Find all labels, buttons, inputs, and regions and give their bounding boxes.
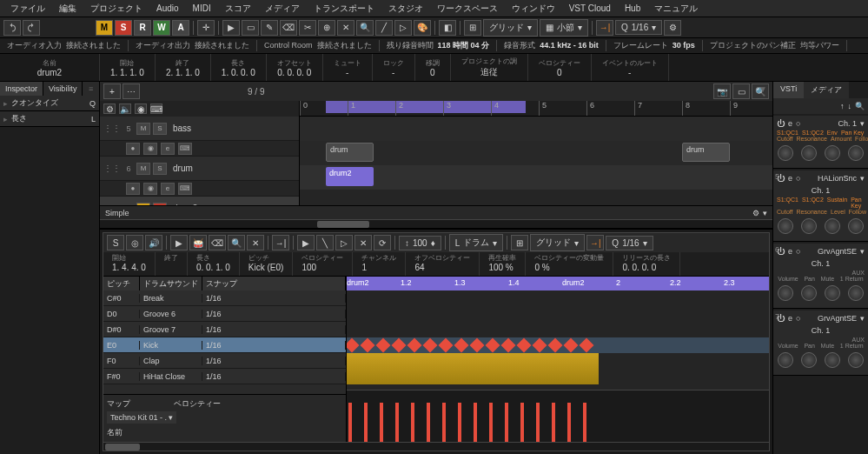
split-tool[interactable]: ✂ [299,20,316,36]
play-tool[interactable]: ▷ [394,20,412,36]
tab-visibility[interactable]: Visibility [43,82,83,96]
drum-note[interactable] [361,338,375,353]
track-record[interactable]: ● [126,143,140,155]
velocity-bar[interactable] [505,403,508,442]
ed-mute-tool[interactable]: ✕ [247,235,264,250]
velocity-lane[interactable] [347,390,769,442]
menu-midi[interactable]: MIDI [186,2,218,15]
automation-button[interactable]: A [172,20,189,36]
tab-inspector[interactable]: Inspector [0,82,43,96]
knob[interactable] [801,145,817,161]
ed-feedback-icon[interactable]: 🔊 [145,235,162,250]
arrange-scrollbar[interactable] [100,219,772,228]
velocity-bar[interactable] [458,403,461,442]
drum-note[interactable] [501,338,516,353]
vsti-bypass-icon[interactable]: ○ [796,174,800,183]
menu-edit[interactable]: 編集 [52,1,83,17]
mute-tool[interactable]: ✕ [337,20,354,36]
info-offset-value[interactable]: 0. 0. 0. 0 [277,68,312,77]
add-track-button[interactable]: + [103,83,121,99]
track-row[interactable]: ⋮⋮5 M S bass [100,117,299,141]
vsti-add-icon[interactable]: ↑ [840,102,845,110]
ed-chan-value[interactable]: 1 [361,263,396,272]
ed-erase-tool[interactable]: ⌫ [209,235,226,250]
velocity-bar[interactable] [411,403,414,442]
menu-hub[interactable]: Hub [618,2,647,15]
velocity-bar[interactable] [583,403,586,442]
note-lane[interactable] [347,337,769,353]
snapshot-icon[interactable]: 📷 [713,83,731,99]
ed-vel-value[interactable]: 100 [301,263,343,272]
track-keyboard-icon[interactable]: ⌨ [150,103,162,114]
info-end-value[interactable]: 2. 1. 1. 0 [166,68,200,77]
velocity-bar[interactable] [567,403,571,442]
col-pitch[interactable]: ピッチ [103,277,140,290]
drum-note[interactable] [376,338,391,353]
menu-transport[interactable]: トランスポート [307,1,381,17]
ed-solo-icon[interactable]: S [107,235,124,250]
tab-media[interactable]: メディア [804,82,849,98]
ed-velvar-value[interactable]: 0 % [534,263,604,272]
menu-window[interactable]: ウィンドウ [505,1,562,17]
menu-audio[interactable]: Audio [149,2,186,15]
ed-grid-dropdown[interactable]: グリッド ▾ [530,234,585,251]
range-tool[interactable]: ▭ [242,20,259,36]
track-menu-icon[interactable]: ⋯ [123,83,140,99]
track-settings-icon[interactable]: ⚙ [103,103,116,114]
drum-note[interactable] [486,338,500,353]
draw-tool[interactable]: ✎ [261,20,278,36]
drum-note[interactable] [407,338,422,353]
ed-start-value[interactable]: 1. 4. 4. 0 [112,263,146,272]
knob[interactable] [848,145,864,161]
note-lane[interactable] [347,306,769,322]
track-monitor[interactable]: ◉ [143,183,157,195]
velocity-bar[interactable] [474,403,477,442]
vsti-bypass-icon[interactable]: ○ [796,247,800,256]
quantize-settings[interactable]: ⚙ [664,20,681,36]
undo-button[interactable] [3,20,21,36]
track-mute-icon[interactable]: 🔈 [119,103,131,114]
velocity-bar[interactable] [380,403,383,442]
drum-note[interactable] [454,338,469,353]
vsti-down-icon[interactable]: ↓ [848,102,852,110]
gear-icon[interactable]: ⚙ [752,209,759,217]
menu-studio[interactable]: スタジオ [381,1,430,17]
drum-note[interactable] [580,338,594,353]
ed-quantize-dropdown[interactable]: Q 1/16 ▾ [606,236,653,250]
knob[interactable] [825,145,840,161]
knob[interactable] [801,285,817,301]
velocity-bar[interactable] [395,403,399,442]
chevron-down-icon[interactable]: ▾ [763,209,767,217]
inspector-quantize[interactable]: ▸クオンタイズQ [0,96,99,111]
vsti-edit-icon[interactable]: e [788,119,792,128]
clip-drum-2[interactable]: drum [682,143,730,162]
ed-line-tool[interactable]: ╲ [316,235,334,250]
editor-mode-label[interactable]: Simple [105,209,129,217]
drum-row[interactable]: F#0 HiHat Close 1/16 [103,369,346,384]
info-velocity-value[interactable]: 0 [539,68,580,77]
solo-button[interactable]: S [115,20,132,36]
drum-note[interactable] [392,338,407,353]
knob[interactable] [801,218,817,234]
track-monitor-icon[interactable]: ◉ [135,103,147,114]
inspector-length[interactable]: ▸長さL [0,111,99,127]
vsti-name[interactable]: HALionSnc [804,174,857,183]
velocity-bar[interactable] [552,403,555,442]
window-icon[interactable]: ▭ [732,83,750,99]
ed-pointer-tool[interactable]: ▶ [170,235,188,250]
note-lane[interactable] [347,290,769,306]
drum-note[interactable] [548,338,563,353]
editor-scrollbar[interactable] [103,442,769,451]
crosshair-icon[interactable]: ✛ [197,20,215,36]
bar-dropdown[interactable]: ▦小節▾ [540,19,588,37]
knob[interactable] [778,352,793,368]
menu-score[interactable]: スコア [218,1,258,17]
col-sound[interactable]: ドラムサウンド [140,277,202,290]
ed-zoom-tool[interactable]: 🔍 [228,235,245,250]
ed-length-dropdown[interactable]: L ドラム ▾ [449,234,504,251]
drum-row[interactable]: E0 Kick 1/16 [103,337,346,353]
ed-comp-tool[interactable]: ✕ [354,235,372,250]
info-mute-value[interactable]: - [334,68,361,77]
arrange-canvas[interactable]: 0123456789 drum drum drum2 [300,101,772,205]
velocity-bar[interactable] [520,403,524,442]
